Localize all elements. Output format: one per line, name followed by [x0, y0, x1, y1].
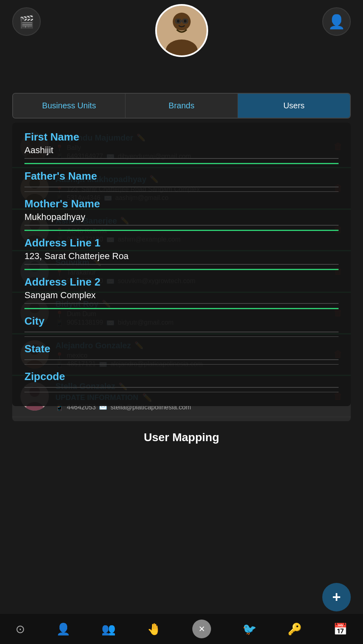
city-label: City: [24, 315, 339, 327]
profile-avatar[interactable]: [155, 4, 208, 57]
fathers-name-label: Father's Name: [24, 170, 339, 182]
fathers-name-divider: [24, 191, 339, 192]
zipcode-divider: [24, 392, 339, 392]
city-divider: [24, 336, 339, 337]
calendar-icon: 📅: [333, 622, 348, 636]
close-icon: ✕: [192, 620, 211, 638]
add-user-fab[interactable]: +: [322, 583, 351, 611]
address1-field: Address Line 1 123, Sarat Chatterjee Roa: [24, 237, 339, 270]
svg-point-4: [183, 20, 186, 22]
address1-underline: [24, 269, 339, 270]
address1-label: Address Line 1: [24, 237, 339, 249]
nav-hand[interactable]: 🤚: [147, 622, 161, 636]
tab-users[interactable]: Users: [238, 94, 350, 118]
hand-icon: 🤚: [147, 622, 161, 636]
mothers-name-input-row: Mukhopadhyay: [24, 212, 339, 226]
address2-field: Address Line 2 Sangam Complex: [24, 276, 339, 309]
add-icon: +: [332, 589, 341, 606]
address2-input-row: Sangam Complex: [24, 290, 339, 304]
tab-business-units[interactable]: Business Units: [13, 94, 125, 118]
key-icon: 🔑: [288, 622, 302, 636]
person-icon: 👤: [56, 622, 70, 636]
camera-icon-btn[interactable]: 🎬: [12, 7, 41, 36]
edit-user-form: First Name Aashijit Father's Name Mother…: [12, 123, 351, 406]
main-content: Dibyendu Majumder ✏️ 📍 Bally 📱 649316497…: [12, 123, 351, 421]
address2-value[interactable]: Sangam Complex: [24, 290, 339, 301]
tab-brands[interactable]: Brands: [125, 94, 238, 118]
state-divider: [24, 364, 339, 365]
state-input-row: [24, 357, 339, 360]
header: 🎬 50 👤: [0, 0, 363, 40]
bird-icon: 🐦: [242, 622, 257, 636]
address1-input-row: 123, Sarat Chatterjee Roa: [24, 251, 339, 265]
city-field: City: [24, 315, 339, 337]
mothers-name-label: Mother's Name: [24, 198, 339, 210]
state-field: State: [24, 343, 339, 365]
circle-icon: ⊙: [15, 622, 25, 636]
bottom-navigation: ⊙ 👤 👥 🤚 ✕ 🐦 🔑 📅: [0, 614, 363, 644]
svg-point-3: [176, 20, 179, 22]
main-tabs: Business Units Brands Users: [12, 93, 351, 119]
address2-label: Address Line 2: [24, 276, 339, 288]
address1-value[interactable]: 123, Sarat Chatterjee Roa: [24, 251, 339, 262]
nav-calendar[interactable]: 📅: [333, 622, 348, 636]
profile-icon-btn[interactable]: 👤: [322, 7, 351, 36]
address2-underline: [24, 308, 339, 309]
user-mapping-button[interactable]: User Mapping: [12, 421, 351, 454]
nav-circle[interactable]: ⊙: [15, 622, 25, 636]
city-input-row: [24, 329, 339, 332]
nav-person[interactable]: 👤: [56, 622, 70, 636]
first-name-label: First Name: [24, 131, 339, 143]
first-name-field: First Name Aashijit: [24, 131, 339, 164]
fathers-name-input-row: [24, 184, 339, 187]
mothers-name-underline: [24, 230, 339, 231]
camera-icon: 🎬: [19, 15, 34, 29]
nav-close[interactable]: ✕: [192, 620, 211, 638]
state-label: State: [24, 343, 339, 355]
user-icon: 👤: [328, 13, 345, 30]
mothers-name-field: Mother's Name Mukhopadhyay: [24, 198, 339, 231]
mothers-name-value[interactable]: Mukhopadhyay: [24, 212, 339, 222]
nav-bird[interactable]: 🐦: [242, 622, 257, 636]
first-name-input-row: Aashijit: [24, 145, 339, 159]
zipcode-input-row: [24, 385, 339, 388]
zipcode-label: Zipcode: [24, 370, 339, 383]
first-name-value[interactable]: Aashijit: [24, 145, 339, 156]
first-name-underline: [24, 163, 339, 164]
fathers-name-field: Father's Name: [24, 170, 339, 192]
nav-group[interactable]: 👥: [101, 622, 116, 636]
group-icon: 👥: [101, 622, 116, 636]
zipcode-field: Zipcode: [24, 370, 339, 392]
nav-key[interactable]: 🔑: [288, 622, 302, 636]
